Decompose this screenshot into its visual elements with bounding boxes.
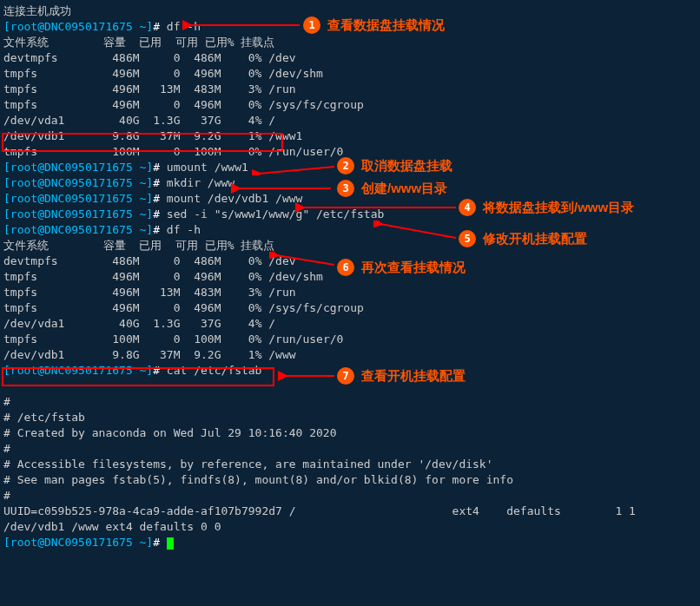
prompt-line[interactable]: [root@DNC0950171675 ~]# mount /dev/vdb1 … [3, 191, 697, 207]
df-row: tmpfs 496M 0 496M 0% /sys/fs/cgroup [3, 97, 697, 113]
blank-line [3, 379, 697, 394]
df-header: 文件系统 容量 已用 可用 已用% 挂载点 [3, 238, 697, 254]
status-line: 连接主机成功 [3, 3, 697, 19]
df-row: tmpfs 100M 0 100M 0% /run/user/0 [3, 332, 697, 347]
fstab-line-highlighted: /dev/vdb1 /www ext4 defaults 0 0 [3, 519, 697, 535]
fstab-line: # /etc/fstab [3, 410, 697, 425]
fstab-line: # Created by anaconda on Wed Jul 29 10:1… [3, 425, 697, 441]
prompt-line[interactable]: [root@DNC0950171675 ~]# df -h [3, 222, 697, 238]
df-header: 文件系统 容量 已用 可用 已用% 挂载点 [3, 35, 697, 50]
df-row-highlighted: /dev/vdb1 9.8G 37M 9.2G 1% /www [3, 347, 697, 363]
df-row: /dev/vda1 40G 1.3G 37G 4% / [3, 316, 697, 332]
cursor-icon [167, 537, 174, 550]
df-row: tmpfs 496M 13M 483M 3% /run [3, 82, 697, 97]
df-row: tmpfs 496M 13M 483M 3% /run [3, 285, 697, 300]
df-row: tmpfs 496M 0 496M 0% /sys/fs/cgroup [3, 300, 697, 316]
terminal-output: 连接主机成功 [root@DNC0950171675 ~]# df -h 文件系… [3, 3, 697, 550]
fstab-line: # [3, 394, 697, 410]
fstab-line: # [3, 488, 697, 504]
df-row: tmpfs 496M 0 496M 0% /dev/shm [3, 269, 697, 285]
prompt-line[interactable]: [root@DNC0950171675 ~]# mkdir /www [3, 175, 697, 191]
fstab-line: # See man pages fstab(5), findfs(8), mou… [3, 472, 697, 488]
prompt-line[interactable]: [root@DNC0950171675 ~]# [3, 535, 697, 550]
prompt-line[interactable]: [root@DNC0950171675 ~]# umount /www1 [3, 160, 697, 175]
fstab-line: # Accessible filesystems, by reference, … [3, 457, 697, 472]
prompt-line[interactable]: [root@DNC0950171675 ~]# sed -i "s/www1/w… [3, 207, 697, 222]
df-row: tmpfs 100M 0 100M 0% /run/user/0 [3, 144, 697, 160]
df-row: devtmpfs 486M 0 486M 0% /dev [3, 50, 697, 66]
df-row: devtmpfs 486M 0 486M 0% /dev [3, 254, 697, 269]
prompt-line[interactable]: [root@DNC0950171675 ~]# df -h [3, 19, 697, 35]
fstab-line: # [3, 441, 697, 457]
prompt-line[interactable]: [root@DNC0950171675 ~]# cat /etc/fstab [3, 363, 697, 379]
df-row-highlighted: /dev/vdb1 9.8G 37M 9.2G 1% /www1 [3, 128, 697, 144]
df-row: tmpfs 496M 0 496M 0% /dev/shm [3, 66, 697, 82]
fstab-line: UUID=c059b525-978a-4ca9-adde-af107b7992d… [3, 504, 697, 519]
df-row: /dev/vda1 40G 1.3G 37G 4% / [3, 113, 697, 128]
